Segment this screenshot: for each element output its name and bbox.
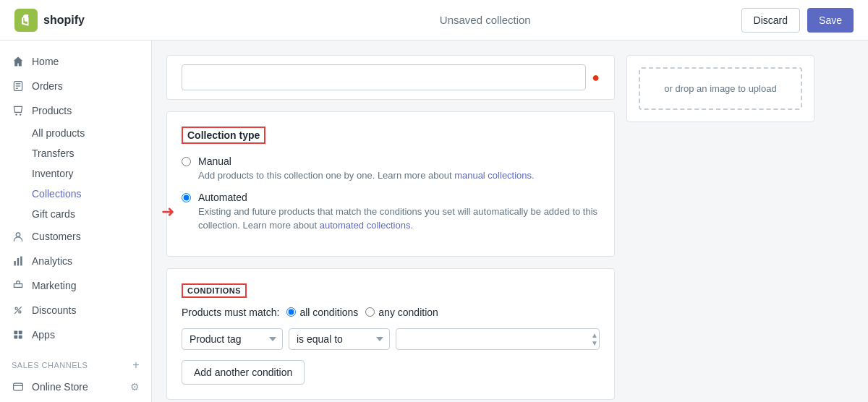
- sidebar-item-products[interactable]: Products: [0, 98, 151, 123]
- customers-icon: [12, 230, 25, 243]
- all-conditions-label: all conditions: [299, 307, 358, 318]
- sidebar-item-customers[interactable]: Customers: [0, 224, 151, 249]
- save-button[interactable]: Save: [807, 8, 854, 33]
- condition-value-arrows[interactable]: ▲ ▼: [591, 331, 598, 346]
- add-sales-channel-button[interactable]: +: [132, 359, 140, 372]
- top-bar-actions: Discard Save: [741, 8, 854, 33]
- sidebar-subitem-transfers[interactable]: Transfers: [0, 143, 151, 163]
- collection-type-title: Collection type: [182, 127, 265, 144]
- collection-type-card: Collection type Manual Add products to t…: [166, 111, 615, 257]
- all-conditions-option[interactable]: all conditions: [286, 307, 358, 318]
- online-store-settings-icon[interactable]: ⚙: [130, 381, 140, 393]
- svg-point-10: [15, 307, 17, 309]
- manual-label[interactable]: Manual: [198, 155, 231, 167]
- svg-rect-9: [20, 257, 22, 266]
- conditions-card: CONDITIONS Products must match: all cond…: [166, 268, 615, 400]
- svg-rect-8: [17, 258, 19, 265]
- sidebar-item-online-store[interactable]: Online Store ⚙: [0, 375, 151, 399]
- error-icon: ●: [592, 70, 600, 85]
- sidebar-item-home[interactable]: Home: [0, 49, 151, 74]
- marketing-icon: [12, 279, 25, 292]
- automated-option-content: Automated Existing and future products t…: [198, 192, 600, 233]
- svg-rect-13: [14, 330, 17, 334]
- automated-option: ➜ Automated Existing and future products…: [182, 192, 600, 233]
- content-center: ● Collection type Manual Add products to…: [166, 55, 615, 388]
- svg-rect-16: [19, 335, 22, 339]
- automated-label[interactable]: Automated: [198, 192, 247, 203]
- automated-radio[interactable]: [182, 193, 191, 202]
- main-content: ● Collection type Manual Add products to…: [152, 40, 868, 402]
- sidebar-products-label: Products: [32, 105, 72, 116]
- sidebar-apps-label: Apps: [32, 329, 55, 341]
- online-store-label: Online Store: [32, 381, 88, 393]
- sidebar: Home Orders Products All products Transf…: [0, 40, 152, 402]
- products-icon: [12, 104, 25, 117]
- sidebar-item-settings[interactable]: Settings: [0, 399, 151, 402]
- sidebar-home-label: Home: [32, 56, 59, 67]
- condition-value-input[interactable]: [396, 328, 600, 350]
- svg-rect-7: [14, 261, 15, 265]
- discard-button[interactable]: Discard: [741, 8, 800, 33]
- shopify-icon: [14, 9, 38, 32]
- automated-collections-link[interactable]: automated collections.: [320, 220, 413, 231]
- sidebar-item-marketing[interactable]: Marketing: [0, 273, 151, 298]
- shopify-logo: shopify: [14, 9, 85, 32]
- condition-operator-select[interactable]: is equal to is not equal to starts with …: [289, 328, 390, 350]
- svg-point-5: [20, 114, 21, 115]
- app-body: Home Orders Products All products Transf…: [0, 40, 868, 402]
- manual-collections-link[interactable]: manual collections.: [454, 170, 535, 181]
- condition-value-wrapper: ▲ ▼: [396, 328, 600, 350]
- svg-point-6: [16, 233, 20, 237]
- manual-desc: Add products to this collection one by o…: [198, 168, 535, 183]
- add-condition-button[interactable]: Add another condition: [182, 360, 305, 385]
- page-title: Unsaved collection: [440, 14, 531, 26]
- sidebar-discounts-label: Discounts: [32, 304, 76, 316]
- sidebar-item-orders[interactable]: Orders: [0, 74, 151, 98]
- top-bar: shopify Unsaved collection Discard Save: [0, 0, 868, 40]
- any-condition-radio[interactable]: [365, 307, 375, 317]
- sidebar-item-discounts[interactable]: Discounts: [0, 298, 151, 322]
- condition-row: Product tag Product title Product type P…: [182, 328, 600, 350]
- sidebar-orders-label: Orders: [32, 80, 63, 92]
- manual-option: Manual Add products to this collection o…: [182, 155, 600, 183]
- collection-name-partial: ●: [166, 55, 615, 100]
- sidebar-subitem-collections[interactable]: Collections: [0, 184, 151, 204]
- sidebar-main-nav: Home Orders Products All products Transf…: [0, 46, 151, 350]
- analytics-icon: [12, 255, 25, 268]
- apps-icon: [12, 328, 25, 341]
- svg-point-11: [19, 311, 21, 313]
- match-label: Products must match:: [182, 307, 279, 318]
- any-condition-label: any condition: [378, 307, 438, 318]
- shopify-wordmark: shopify: [43, 14, 85, 27]
- sidebar-subitem-gift-cards[interactable]: Gift cards: [0, 204, 151, 224]
- condition-field-select[interactable]: Product tag Product title Product type P…: [182, 328, 283, 350]
- content-right: or drop an image to upload: [626, 55, 814, 388]
- sidebar-subitem-inventory[interactable]: Inventory: [0, 163, 151, 184]
- sidebar-customers-label: Customers: [32, 231, 81, 242]
- sidebar-item-apps[interactable]: Apps: [0, 322, 151, 347]
- manual-radio[interactable]: [182, 157, 191, 166]
- svg-rect-17: [14, 383, 23, 390]
- home-icon: [12, 55, 25, 68]
- svg-rect-15: [14, 335, 17, 339]
- online-store-icon: [12, 380, 25, 393]
- top-bar-left: shopify: [14, 9, 85, 32]
- image-upload-card: or drop an image to upload: [626, 55, 814, 122]
- sidebar-analytics-label: Analytics: [32, 255, 72, 267]
- conditions-title: CONDITIONS: [182, 283, 247, 298]
- svg-point-4: [15, 114, 17, 115]
- arrow-indicator-icon: ➜: [161, 202, 174, 221]
- orders-icon: [12, 80, 25, 93]
- sales-channels-section: SALES CHANNELS +: [0, 350, 151, 375]
- image-drop-zone[interactable]: or drop an image to upload: [639, 67, 802, 110]
- match-row: Products must match: all conditions any …: [182, 307, 600, 318]
- sidebar-item-analytics[interactable]: Analytics: [0, 249, 151, 273]
- sidebar-subitem-all-products[interactable]: All products: [0, 123, 151, 143]
- discounts-icon: [12, 304, 25, 317]
- automated-desc: Existing and future products that match …: [198, 205, 600, 233]
- manual-option-content: Manual Add products to this collection o…: [198, 155, 535, 183]
- all-conditions-radio[interactable]: [286, 307, 296, 317]
- sidebar-marketing-label: Marketing: [32, 280, 76, 291]
- collection-name-input[interactable]: [182, 64, 586, 90]
- any-condition-option[interactable]: any condition: [365, 307, 438, 318]
